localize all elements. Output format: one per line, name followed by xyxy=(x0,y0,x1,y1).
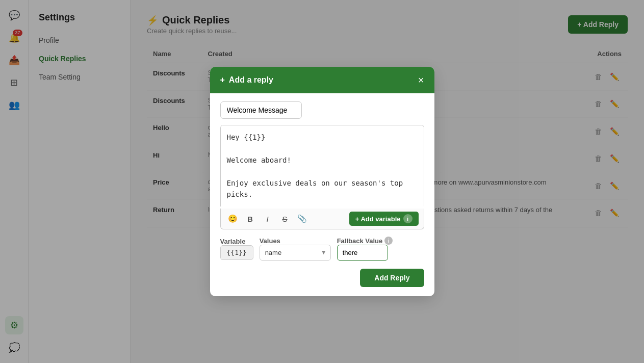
modal-body: Hey {{1}} Welcome aboard! Enjoy exclusiv… xyxy=(210,93,434,269)
values-select-wrapper: name email phone ▼ xyxy=(260,245,331,261)
fallback-col-label: Fallback Value i xyxy=(337,237,393,245)
add-reply-modal-button[interactable]: Add Reply xyxy=(360,269,424,287)
values-select[interactable]: name email phone xyxy=(260,245,331,261)
message-textarea[interactable]: Hey {{1}} Welcome aboard! Enjoy exclusiv… xyxy=(220,125,424,206)
values-col: Values name email phone ▼ xyxy=(260,237,331,261)
italic-toolbar-button[interactable]: I xyxy=(261,212,275,226)
strikethrough-toolbar-button[interactable]: S xyxy=(278,212,292,226)
message-area-wrapper: Hey {{1}} Welcome aboard! Enjoy exclusiv… xyxy=(220,125,424,229)
modal-header: + Add a reply × xyxy=(210,67,434,93)
variable-tag: {{1}} xyxy=(220,245,253,260)
variable-info-icon: i xyxy=(403,214,413,223)
modal-footer: Add Reply xyxy=(210,269,434,296)
fallback-value-input[interactable] xyxy=(337,245,388,261)
values-col-label: Values xyxy=(260,237,331,245)
variable-row: Variable {{1}} Values name email phone ▼ xyxy=(220,237,424,261)
modal-close-button[interactable]: × xyxy=(418,75,424,85)
fallback-label-text: Fallback Value xyxy=(337,237,383,245)
fallback-col: Fallback Value i xyxy=(337,237,393,261)
add-reply-modal: + Add a reply × Hey {{1}} Welcome aboard… xyxy=(210,67,434,296)
modal-overlay[interactable]: + Add a reply × Hey {{1}} Welcome aboard… xyxy=(0,0,644,363)
variable-col: Variable {{1}} xyxy=(220,238,253,260)
modal-title-text: Add a reply xyxy=(229,75,273,85)
fallback-info-icon: i xyxy=(384,237,393,245)
emoji-toolbar-button[interactable]: 😊 xyxy=(226,212,240,226)
variable-col-label: Variable xyxy=(220,238,253,245)
reply-name-input[interactable] xyxy=(220,101,302,119)
bold-toolbar-button[interactable]: B xyxy=(243,212,257,226)
add-variable-label: + Add variable xyxy=(355,215,401,223)
plus-icon: + xyxy=(220,75,225,85)
modal-title: + Add a reply xyxy=(220,75,273,85)
attachment-toolbar-button[interactable]: 📎 xyxy=(295,212,310,226)
add-variable-button[interactable]: + Add variable i xyxy=(349,212,419,226)
message-toolbar: 😊 B I S 📎 + Add variable i xyxy=(220,209,424,229)
